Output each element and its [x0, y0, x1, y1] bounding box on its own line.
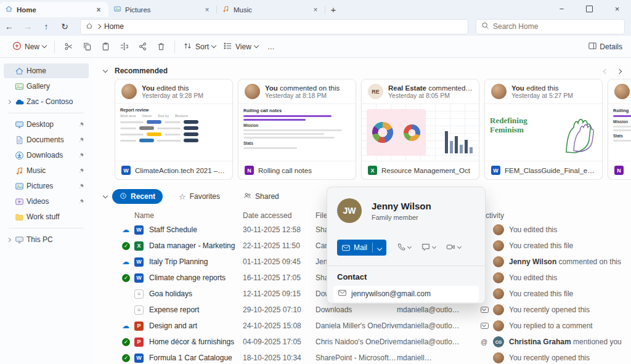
filter-favorites[interactable]: ☆ Favorites [171, 189, 227, 204]
expand-chevron-icon[interactable] [7, 237, 11, 241]
sidebar-item-gallery[interactable]: Gallery [4, 79, 89, 94]
breadcrumb[interactable]: Home [104, 22, 124, 31]
avatar [493, 240, 504, 251]
sidebar-item-home[interactable]: Home [4, 63, 89, 78]
forward-button[interactable]: → [18, 22, 37, 31]
mail-button[interactable]: Mail [337, 240, 386, 256]
column-header-date-accessed[interactable]: Date accessed [243, 211, 316, 220]
popup-divider [327, 265, 485, 266]
call-button[interactable] [397, 243, 411, 253]
hands-illustration [558, 108, 597, 157]
cut-button[interactable] [59, 38, 78, 55]
sidebar-item-desktop[interactable]: Desktop [4, 117, 89, 132]
expand-chevron-icon[interactable] [7, 99, 11, 103]
up-button[interactable]: ↑ [37, 22, 55, 31]
maximize-button[interactable] [576, 0, 603, 17]
recommended-card[interactable]: You edited this Yesterday at 5:27 PM Red… [484, 79, 603, 180]
navigation-bar: ← → ↑ ↻ Home Search Home [0, 17, 631, 36]
card-activity: You edited this [511, 84, 573, 92]
delete-button[interactable] [152, 38, 170, 55]
sidebar-item-work-stuff[interactable]: Work stuff [4, 209, 89, 224]
close-window-button[interactable]: × [603, 0, 631, 17]
avatar [491, 84, 507, 99]
table-row[interactable]: Design and art 24-10-2025 15:08 Daniela … [92, 318, 631, 334]
carousel-next-icon[interactable] [617, 67, 621, 75]
sidebar-item-onedrive[interactable]: Zac - Contoso [4, 94, 89, 109]
comment-icon [481, 307, 493, 313]
recommended-card[interactable]: Rolling Mission Stats [608, 79, 631, 180]
tab-home[interactable]: Home × [0, 2, 108, 17]
contact-email-row[interactable]: jennywilson@gmail.com [333, 286, 479, 302]
close-tab-icon[interactable]: × [202, 6, 212, 14]
column-header-name[interactable]: Name [134, 211, 243, 220]
filter-shared[interactable]: Shared [236, 189, 287, 204]
sidebar-item-pictures[interactable]: Pictures [4, 179, 89, 193]
back-button[interactable]: ← [0, 22, 18, 31]
contact-card-popup: JW Jenny Wilson Family member Mail [327, 187, 486, 304]
more-options-button[interactable]: … [262, 38, 280, 55]
new-tab-button[interactable]: + [325, 2, 341, 17]
sidebar-item-documents[interactable]: Documents [4, 132, 89, 147]
address-bar[interactable]: Home [80, 19, 468, 34]
close-tab-icon[interactable]: × [311, 6, 320, 14]
view-button[interactable]: View [219, 38, 262, 55]
card-time: Yesterday at 9:28 PM [142, 92, 203, 99]
contact-name: Jenny Wilson [372, 201, 431, 211]
card-filename: Resource Management_Oct [381, 167, 470, 174]
table-row[interactable]: Formula 1 Car Catalogue 18-10-2025 10:34… [92, 350, 631, 364]
sidebar-item-downloads[interactable]: Downloads [4, 148, 89, 163]
card-filename: Rolling call notes [258, 167, 312, 174]
view-icon [223, 41, 232, 52]
filter-recent[interactable]: Recent [112, 189, 163, 204]
table-row[interactable]: Expense report 29-10-2025 07:10 Download… [92, 302, 631, 318]
people-icon [243, 192, 251, 201]
card-activity: Real Estate commented on this [388, 84, 473, 92]
mail-icon [338, 289, 346, 298]
close-tab-icon[interactable]: × [94, 6, 104, 14]
mention-icon [481, 338, 493, 346]
minimize-button[interactable]: − [548, 0, 576, 17]
tab-music[interactable]: Music × [217, 2, 325, 17]
rename-button[interactable] [115, 38, 133, 55]
owner-email: mdaniella@outlo… [397, 305, 481, 314]
recommended-card[interactable]: RE Real Estate commented on this Yesterd… [361, 79, 479, 180]
recommended-card[interactable]: You edited this Yesterday at 9:28 PM Rep… [115, 79, 233, 180]
sidebar-item-music[interactable]: Music [4, 163, 89, 178]
search-box[interactable]: Search Home [476, 19, 625, 34]
file-preview: Report review Work area Owner Due by Blo… [115, 103, 232, 161]
owner-email: mdaniella@outlo… [397, 322, 481, 330]
copy-button[interactable] [78, 38, 96, 55]
phone-icon [397, 243, 405, 253]
sidebar-item-this-pc[interactable]: This PC [4, 232, 89, 247]
sync-status-icon [122, 274, 134, 282]
date-accessed: 01-11-2025 09:45 [243, 257, 316, 266]
table-row[interactable]: Home décor & furnishings 04-09-2025 17:0… [92, 334, 631, 350]
recommended-card[interactable]: You commented on this Yesterday at 8:18 … [238, 79, 356, 180]
refresh-button[interactable]: ↻ [55, 22, 74, 31]
sort-button[interactable]: Sort [179, 38, 219, 55]
contact-actions: Mail [337, 240, 478, 256]
carousel-prev-icon[interactable] [604, 67, 608, 75]
share-button[interactable] [133, 38, 152, 55]
pin-icon [78, 168, 86, 174]
folder-icon [15, 212, 26, 222]
video-call-button[interactable] [446, 243, 461, 253]
file-name: Expense report [149, 305, 243, 314]
sidebar-item-videos[interactable]: Videos [4, 194, 89, 209]
carousel-nav [604, 67, 621, 75]
date-accessed: 29-10-2025 07:10 [243, 305, 316, 314]
details-button[interactable]: Details [588, 41, 622, 52]
navigation-sidebar: Home Gallery Zac - Contoso Desktop Docum… [0, 58, 92, 364]
paste-button[interactable] [96, 38, 115, 55]
collapse-chevron-icon[interactable] [99, 196, 112, 198]
chevron-down-icon[interactable] [373, 243, 386, 252]
collapse-chevron-icon[interactable] [99, 70, 112, 72]
chevron-down-icon [432, 245, 436, 249]
tab-pictures[interactable]: Pictures × [108, 2, 217, 17]
avatar [493, 320, 504, 331]
command-toolbar: New Sort [0, 36, 631, 58]
new-button[interactable]: New [9, 38, 50, 55]
chat-button[interactable] [421, 243, 436, 253]
file-name: Data manager - Marketing [149, 241, 243, 250]
file-preview: Redefining Feminism [485, 103, 602, 161]
